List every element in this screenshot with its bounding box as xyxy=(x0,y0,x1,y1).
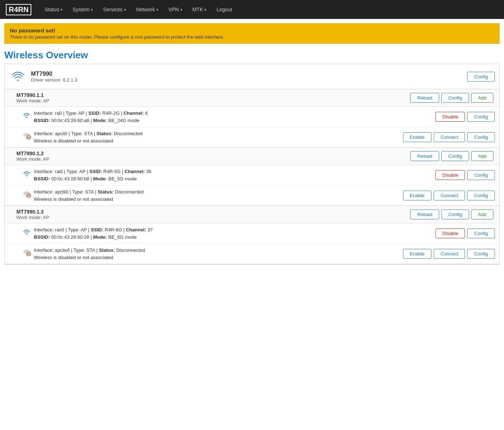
page-title: Wireless Overview xyxy=(4,50,500,61)
disable-button-rai0[interactable]: Disable xyxy=(435,170,465,180)
disable-button-rax0[interactable]: Disable xyxy=(435,228,465,238)
network-dropdown-arrow: ▾ xyxy=(156,8,158,12)
services-dropdown-arrow: ▾ xyxy=(124,8,126,12)
nav-network[interactable]: Network ▾ xyxy=(132,4,163,15)
enable-button-apclii0[interactable]: Enable xyxy=(403,191,431,200)
radio-mt7990-1-2: MT7990.1.2 Work mode: AP Reload Config A… xyxy=(5,148,499,206)
radio-buttons-2: Reload Config Add xyxy=(410,151,493,161)
device-driver: Driver version: 8.2.1.3 xyxy=(31,77,77,83)
connect-button-apcli0[interactable]: Connect xyxy=(434,132,465,142)
wifi-sta-disabled-icon-2 xyxy=(22,189,31,198)
interface-apcli0-buttons: Enable Connect Config xyxy=(403,132,495,142)
interface-ra0-text: Interface: ra0 | Type: AP | SSID: R4R-2G… xyxy=(34,110,148,124)
interface-rai0-text: Interface: rai0 | Type: AP | SSID: R4R-5… xyxy=(34,168,152,182)
interface-apclix0-text: Interface: apclix0 | Type: STA | Status:… xyxy=(34,247,145,261)
interface-apclii0-buttons: Enable Connect Config xyxy=(403,191,495,200)
wifi-ap-icon xyxy=(22,110,31,119)
connect-button-apclii0[interactable]: Connect xyxy=(434,191,465,200)
radio-add-button-2[interactable]: Add xyxy=(471,151,493,161)
interface-apcli0: Interface: apcli0 | Type: STA | Status: … xyxy=(5,127,499,147)
interface-ra0-buttons: Disable Config xyxy=(435,112,495,122)
radio-name-1: MT7990.1.1 xyxy=(16,92,49,98)
radio-add-button-3[interactable]: Add xyxy=(471,210,493,219)
vpn-dropdown-arrow: ▾ xyxy=(180,8,182,12)
mtk-dropdown-arrow: ▾ xyxy=(204,8,206,12)
radio-name-2: MT7990.1.2 xyxy=(16,150,49,156)
device-config-buttons: Config xyxy=(467,72,495,82)
nav-vpn[interactable]: VPN ▾ xyxy=(164,4,187,15)
password-alert: No password set! There is no password se… xyxy=(4,23,500,44)
device-config-button[interactable]: Config xyxy=(467,72,495,82)
radio-buttons-3: Reload Config Add xyxy=(410,210,493,219)
svg-point-11 xyxy=(26,233,27,235)
nav-brand[interactable]: R4RN xyxy=(6,4,31,15)
enable-button-apcli0[interactable]: Enable xyxy=(403,132,431,142)
svg-point-6 xyxy=(26,175,27,176)
config-button-apcli0[interactable]: Config xyxy=(467,132,495,142)
interface-apclix0: Interface: apclix0 | Type: STA | Status:… xyxy=(5,244,499,264)
config-button-apclix0[interactable]: Config xyxy=(467,249,495,259)
navbar: R4RN Status ▾ System ▾ Services ▾ Networ… xyxy=(0,0,504,19)
radio-name-3: MT7990.1.3 xyxy=(16,209,49,215)
nav-mtk[interactable]: MTK ▾ xyxy=(188,4,211,15)
radio-header-2: MT7990.1.2 Work mode: AP Reload Config A… xyxy=(5,148,499,165)
disable-button-ra0[interactable]: Disable xyxy=(435,112,465,122)
config-button-apclii0[interactable]: Config xyxy=(467,191,495,200)
radio-config-button-1[interactable]: Config xyxy=(441,93,469,103)
radio-header-3: MT7990.1.3 Work mode: AP Reload Config A… xyxy=(5,206,499,223)
interface-apclii0: Interface: apclii0 | Type: STA | Status:… xyxy=(5,185,499,206)
nav-services[interactable]: Services ▾ xyxy=(99,4,130,15)
device-name: MT7990 xyxy=(31,71,77,77)
interface-apclii0-text: Interface: apclii0 | Type: STA | Status:… xyxy=(34,188,144,203)
alert-title: No password set! xyxy=(10,27,494,34)
radio-mode-1: Work mode: AP xyxy=(16,98,49,103)
nav-system[interactable]: System ▾ xyxy=(68,4,97,15)
enable-button-apclix0[interactable]: Enable xyxy=(403,249,431,259)
radio-mt7990-1-1: MT7990.1.1 Work mode: AP Reload Config A… xyxy=(5,89,499,148)
radio-reload-button-3[interactable]: Reload xyxy=(410,210,439,219)
interface-rax0-buttons: Disable Config xyxy=(435,228,495,238)
config-button-rai0[interactable]: Config xyxy=(467,170,495,180)
radio-reload-button-1[interactable]: Reload xyxy=(410,93,439,103)
device-info: MT7990 Driver version: 8.2.1.3 xyxy=(31,71,77,83)
svg-point-0 xyxy=(17,79,19,81)
status-dropdown-arrow: ▾ xyxy=(60,8,62,12)
radio-mode-3: Work mode: AP xyxy=(16,215,49,220)
nav-status[interactable]: Status ▾ xyxy=(40,4,67,15)
radio-add-button-1[interactable]: Add xyxy=(471,93,493,103)
radio-mt7990-1-3: MT7990.1.3 Work mode: AP Reload Config A… xyxy=(5,206,499,264)
nav-items: Status ▾ System ▾ Services ▾ Network ▾ V… xyxy=(40,4,237,15)
device-mt7990: MT7990 Driver version: 8.2.1.3 Config MT… xyxy=(4,64,500,265)
radio-mode-2: Work mode: AP xyxy=(16,156,49,162)
system-dropdown-arrow: ▾ xyxy=(91,8,93,12)
interface-apclix0-buttons: Enable Connect Config xyxy=(403,249,495,259)
radio-config-button-2[interactable]: Config xyxy=(441,151,469,161)
interface-apcli0-text: Interface: apcli0 | Type: STA | Status: … xyxy=(34,130,142,144)
wifi-sta-disabled-icon xyxy=(22,131,31,140)
device-icon xyxy=(9,68,27,85)
main-content: MT7990 Driver version: 8.2.1.3 Config MT… xyxy=(4,64,500,265)
config-button-rax0[interactable]: Config xyxy=(467,228,495,238)
wifi-ap-icon-3 xyxy=(22,227,31,236)
radio-header-1: MT7990.1.1 Work mode: AP Reload Config A… xyxy=(5,89,499,107)
radio-reload-button-2[interactable]: Reload xyxy=(410,151,439,161)
alert-body: There is no password set on this router.… xyxy=(10,34,494,40)
nav-logout[interactable]: Logout xyxy=(212,4,237,15)
connect-button-apclix0[interactable]: Connect xyxy=(434,249,465,259)
interface-rai0: Interface: rai0 | Type: AP | SSID: R4R-5… xyxy=(5,165,499,185)
config-button-ra0[interactable]: Config xyxy=(467,112,495,122)
svg-point-1 xyxy=(26,117,27,118)
interface-rax0: Interface: rax0 | Type: AP | SSID: R4R-6… xyxy=(5,223,499,244)
wifi-ap-icon-2 xyxy=(22,169,31,177)
interface-ra0: Interface: ra0 | Type: AP | SSID: R4R-2G… xyxy=(5,107,499,127)
radio-config-button-3[interactable]: Config xyxy=(441,210,469,219)
device-header: MT7990 Driver version: 8.2.1.3 Config xyxy=(5,64,499,89)
interface-rai0-buttons: Disable Config xyxy=(435,170,495,180)
interface-rax0-text: Interface: rax0 | Type: AP | SSID: R4R-6… xyxy=(34,226,153,241)
radio-buttons-1: Reload Config Add xyxy=(410,93,493,103)
wifi-sta-disabled-icon-3 xyxy=(22,247,31,256)
